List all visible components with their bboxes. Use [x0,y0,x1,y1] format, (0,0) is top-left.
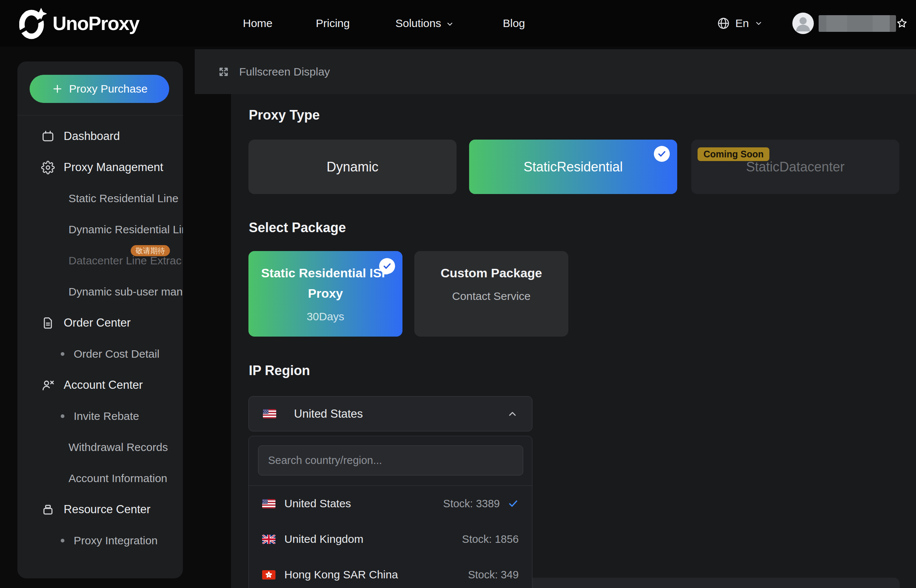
favorite-star-icon[interactable] [896,18,908,29]
sidebar-item-label: Dynamic sub-user man [68,286,183,298]
nav-item-label: Home [243,17,273,30]
fullscreen-toggle[interactable]: Fullscreen Display [195,49,916,94]
language-switcher[interactable]: En [717,0,763,47]
sidebar-item-label: Resource Center [64,503,150,516]
region-select-control[interactable]: United States [249,396,532,431]
sidebar-item-invite-rebate[interactable]: Invite Rebate [18,401,183,432]
sidebar-item-resource-center[interactable]: Resource Center [18,494,183,525]
fullscreen-label: Fullscreen Display [239,66,330,78]
dashboard-icon [41,129,55,143]
proxy-type-card-staticdatacenter: Coming SoonStaticDatacenter [691,140,899,194]
package-title: Static Residential ISP Proxy [257,263,394,304]
fullscreen-icon [217,65,230,79]
country-stock: Stock: 1856 [462,533,519,545]
sidebar-item-dynamic-sub-user-man[interactable]: Dynamic sub-user man [18,276,183,307]
sidebar-item-label: Proxy Integration [74,534,158,547]
sidebar-item-label: Datacenter Line Extrac [68,254,181,267]
nav-item-solutions[interactable]: Solutions [396,0,454,47]
region-search-input[interactable] [258,446,523,475]
brand-logo-icon [19,7,47,40]
sidebar-item-dashboard[interactable]: Dashboard [18,121,183,152]
globe-icon [717,17,730,30]
user-avatar[interactable] [792,13,814,34]
selected-region-label: United States [294,407,363,421]
us-flag-icon [263,409,276,418]
sidebar-item-label: Order Cost Detail [74,348,160,360]
selected-check-icon [379,258,395,274]
package-subtitle: 30Days [307,310,344,323]
sidebar-item-withdrawal-records[interactable]: Withdrawal Records [18,432,183,463]
top-nav: UnoProxy HomePricingSolutionsBlog En [0,0,916,47]
selected-check-icon [507,498,519,509]
country-stock: Stock: 349 [468,569,519,581]
proxy-type-label: Dynamic [326,159,378,175]
country-list: United StatesStock: 3389United KingdomSt… [249,485,532,588]
document-icon [41,316,55,330]
brand-logo[interactable]: UnoProxy [19,6,139,40]
sidebar-item-account-information[interactable]: Account Information [18,463,183,494]
nav-item-label: Pricing [316,17,350,30]
plus-icon [52,83,63,95]
gb-flag-icon [262,535,275,544]
country-name: United States [284,497,351,510]
ip-region-title: IP Region [249,363,310,378]
sidebar-item-label: Withdrawal Records [68,441,168,454]
sidebar-item-proxy-management[interactable]: Proxy Management [18,152,183,183]
sidebar: Proxy Purchase DashboardProxy Management… [18,61,183,578]
select-package-title: Select Package [249,220,346,236]
proxy-purchase-label: Proxy Purchase [69,82,148,95]
sidebar-item-static-residential-line[interactable]: Static Residential Line [18,183,183,214]
sidebar-item-account-center[interactable]: Account Center [18,370,183,401]
selected-check-icon [654,146,670,162]
package-subtitle: Contact Service [452,290,531,302]
sidebar-item-label: Account Center [64,378,143,392]
hk-flag-icon [262,570,275,580]
nav-item-label: Solutions [396,17,441,30]
sidebar-menu: DashboardProxy ManagementStatic Resident… [18,121,183,556]
region-dropdown: United StatesStock: 3389United KingdomSt… [249,436,532,588]
country-option-hong-kong-sar-china[interactable]: Hong Kong SAR ChinaStock: 349 [249,557,532,588]
nav-item-blog[interactable]: Blog [503,0,525,47]
proxy-type-title: Proxy Type [249,107,320,123]
bullet-icon [61,539,65,543]
country-stock: Stock: 3389 [443,498,500,510]
chevron-down-icon [754,19,763,28]
sidebar-divider [18,115,183,116]
proxy-type-card-dynamic[interactable]: Dynamic [249,140,457,194]
country-name: United Kingdom [284,533,363,545]
nav-item-home[interactable]: Home [243,0,273,47]
sidebar-item-order-cost-detail[interactable]: Order Cost Detail [18,338,183,370]
coming-soon-cn-badge: 敬请期待 [131,245,170,256]
nav-item-label: Blog [503,17,525,30]
chevron-down-icon [446,19,454,29]
country-option-united-states[interactable]: United StatesStock: 3389 [249,486,532,521]
proxy-purchase-button[interactable]: Proxy Purchase [30,75,169,103]
proxy-type-card-staticresidential[interactable]: StaticResidential [469,140,677,194]
sidebar-item-label: Order Center [64,316,131,330]
package-title: Custom Package [441,263,542,283]
sidebar-item-label: Invite Rebate [74,410,139,423]
nav-item-pricing[interactable]: Pricing [316,0,350,47]
user-name-redacted [819,15,896,32]
package-card-custom-package[interactable]: Custom PackageContact Service [414,251,568,337]
coming-soon-badge: Coming Soon [698,147,769,161]
sidebar-item-label: Account Information [68,472,167,485]
sidebar-item-proxy-integration[interactable]: Proxy Integration [18,525,183,556]
sidebar-item-label: Dashboard [64,129,120,143]
bullet-icon [61,352,65,356]
country-name: Hong Kong SAR China [284,569,398,581]
sidebar-item-label: Dynamic Residential Lin [68,223,183,236]
bullet-icon [61,414,65,418]
language-label: En [735,17,749,30]
package-card-static-residential-isp-proxy[interactable]: Static Residential ISP Proxy30Days [249,251,402,337]
sidebar-item-label: Static Residential Line [68,192,178,205]
sidebar-item-dynamic-residential-lin[interactable]: Dynamic Residential Lin [18,214,183,245]
user-gear-icon [41,378,55,392]
archive-icon [41,503,55,517]
country-option-united-kingdom[interactable]: United KingdomStock: 1856 [249,521,532,557]
proxy-type-label: StaticResidential [523,159,623,175]
sidebar-item-datacenter-line-extrac: Datacenter Line Extrac敬请期待 [18,245,183,276]
sidebar-item-order-center[interactable]: Order Center [18,307,183,338]
gear-icon [41,161,55,174]
chevron-up-icon [507,409,518,420]
